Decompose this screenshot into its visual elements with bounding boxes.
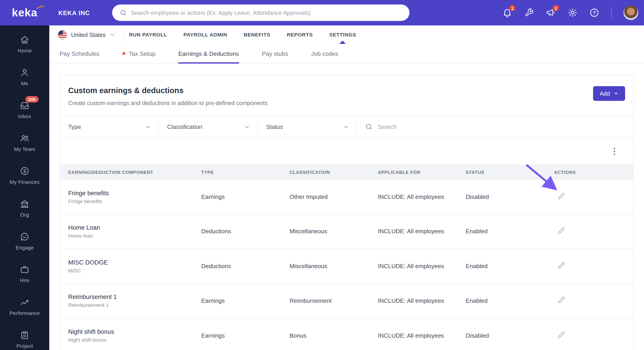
help-icon[interactable]: ?: [589, 8, 599, 18]
sidebar: Home Me 308 Inbox My Team $ My Finances …: [0, 25, 49, 350]
type-filter-dropdown[interactable]: Type: [60, 116, 159, 138]
subtab-pay-schedules[interactable]: Pay Schedules: [60, 44, 99, 63]
global-search-input[interactable]: [131, 9, 402, 16]
page-subtitle: Create custom earnings and deductions in…: [68, 100, 625, 106]
column-header: APPLICABLE FOR: [378, 170, 466, 175]
column-header: EARNING/DEDUCTION COMPONENT: [60, 170, 201, 175]
tab-run-payroll[interactable]: RUN PAYROLL: [129, 25, 167, 44]
engage-icon: [20, 232, 30, 242]
alert-dot: [122, 52, 125, 55]
notifications-badge: 1: [509, 4, 516, 11]
component-name: Reimbursement 1: [68, 293, 202, 300]
logo-spark-icon: [36, 3, 44, 9]
table-row: Reimbursement 1 Reimbursement 1 Earnings…: [60, 284, 633, 318]
subtab-job-codes[interactable]: Job codes: [311, 44, 338, 63]
cell-classification: Miscellaneous: [290, 228, 378, 235]
cell-classification: Miscellaneous: [290, 263, 378, 269]
cell-applicable-for: INCLUDE: All employees: [378, 297, 466, 304]
svg-text:?: ?: [593, 10, 596, 15]
team-icon: [20, 133, 30, 143]
table-search[interactable]: [357, 116, 633, 138]
hire-icon: [20, 265, 30, 274]
sidebar-item-hire[interactable]: Hire: [0, 258, 49, 290]
sidebar-item-engage[interactable]: Engage: [0, 225, 49, 258]
cell-applicable-for: INCLUDE: All employees: [378, 263, 466, 269]
component-name: Night shift bonus: [68, 328, 202, 335]
kebab-menu-icon[interactable]: [611, 145, 618, 158]
sidebar-item-label: Home: [18, 48, 32, 54]
sidebar-item-label: My Finances: [10, 179, 40, 185]
settings-subnav: Pay Schedules Tax Setup Earnings & Deduc…: [49, 44, 644, 64]
sidebar-item-my-team[interactable]: My Team: [0, 126, 49, 159]
sidebar-item-inbox[interactable]: 308 Inbox: [0, 94, 49, 126]
user-avatar[interactable]: [624, 5, 638, 20]
cell-classification: Reimbursement: [290, 297, 378, 304]
user-icon: [20, 68, 30, 78]
country-selector[interactable]: United States: [50, 25, 123, 44]
search-icon: [365, 123, 372, 131]
sidebar-item-label: Performance: [10, 310, 40, 316]
project-icon: [20, 330, 30, 340]
page-title: Custom earnings & deductions: [68, 86, 625, 95]
sidebar-item-label: Inbox: [18, 114, 31, 119]
add-button[interactable]: Add: [593, 86, 625, 101]
edit-pencil-button[interactable]: [556, 226, 566, 237]
subtab-earnings-deductions[interactable]: Earnings & Deductions: [178, 44, 239, 63]
inbox-count-badge: 308: [26, 96, 38, 103]
sidebar-item-home[interactable]: Home: [0, 28, 49, 61]
cell-type: Deductions: [201, 263, 290, 269]
sidebar-item-org[interactable]: Org: [0, 192, 49, 225]
global-search[interactable]: [112, 4, 410, 21]
tab-benefits[interactable]: BENEFITS: [244, 25, 270, 44]
table-row: Fringe benefits Fringe benefits Earnings…: [60, 180, 633, 214]
component-name: Home Loan: [68, 224, 202, 231]
tab-reports[interactable]: REPORTS: [287, 25, 313, 44]
notifications-bell-icon[interactable]: 1: [502, 8, 512, 18]
component-name: Fringe benefits: [68, 189, 202, 196]
cell-status: Disabled: [466, 193, 554, 200]
sidebar-item-label: Project: [16, 343, 33, 349]
sidebar-item-performance[interactable]: Performance: [0, 290, 49, 323]
tab-payroll-admin[interactable]: PAYROLL ADMIN: [183, 25, 227, 44]
setup-tools-icon[interactable]: [524, 8, 534, 18]
table-row: Home Loan Home loan Deductions Miscellan…: [60, 214, 633, 249]
edit-pencil-button[interactable]: [556, 191, 566, 202]
column-header: STATUS: [466, 170, 554, 175]
settings-gear-icon[interactable]: [568, 8, 578, 18]
component-subname: MISC: [68, 268, 202, 274]
classification-filter-dropdown[interactable]: Classification: [159, 116, 258, 138]
table-search-input[interactable]: [378, 124, 625, 130]
sidebar-item-my-finances[interactable]: $ My Finances: [0, 159, 49, 192]
edit-pencil-button[interactable]: [556, 295, 566, 306]
chevron-down-icon: [110, 32, 116, 37]
cell-type: Earnings: [201, 297, 290, 304]
company-name: KEKA INC: [58, 9, 90, 16]
sidebar-item-me[interactable]: Me: [0, 61, 49, 94]
table-row: MISC DODGE MISC Deductions Miscellaneous…: [60, 249, 633, 284]
sidebar-item-label: Hire: [20, 278, 30, 283]
subtab-pay-stubs[interactable]: Pay stubs: [262, 44, 288, 63]
org-icon: [20, 199, 30, 209]
tab-settings[interactable]: SETTINGS: [329, 25, 356, 44]
column-header: TYPE: [201, 170, 290, 175]
cell-applicable-for: INCLUDE: All employees: [378, 228, 466, 235]
table-header-row: EARNING/DEDUCTION COMPONENT TYPE CLASSIF…: [60, 165, 633, 179]
custom-earnings-card: Custom earnings & deductions Create cust…: [60, 75, 634, 350]
app-window: keka KEKA INC 1 1: [0, 0, 644, 350]
subtab-tax-setup[interactable]: Tax Setup: [122, 44, 156, 63]
sidebar-item-label: Engage: [16, 245, 34, 251]
top-bar: keka KEKA INC 1 1: [0, 0, 644, 25]
edit-pencil-button[interactable]: [556, 261, 566, 271]
sidebar-item-project[interactable]: Project: [0, 323, 49, 350]
performance-icon: [20, 297, 30, 307]
component-name: MISC DODGE: [68, 259, 202, 266]
cell-applicable-for: INCLUDE: All employees: [378, 193, 466, 200]
nav-tabs: RUN PAYROLL PAYROLL ADMIN BENEFITS REPOR…: [129, 25, 356, 44]
keka-logo[interactable]: keka: [0, 7, 49, 18]
cell-applicable-for: INCLUDE: All employees: [378, 332, 466, 339]
status-filter-dropdown[interactable]: Status: [258, 116, 357, 138]
country-name: United States: [71, 31, 106, 38]
edit-pencil-button[interactable]: [556, 330, 566, 341]
chevron-down-icon: [614, 91, 618, 96]
announcement-icon[interactable]: 1: [546, 8, 556, 18]
